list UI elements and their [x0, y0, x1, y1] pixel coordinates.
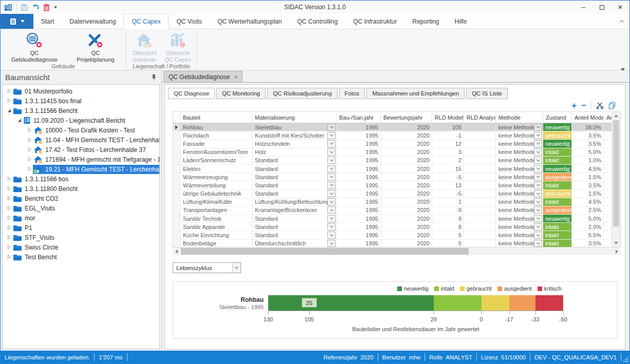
- tree-item-mor[interactable]: mor: [3, 213, 159, 223]
- tab-fotos[interactable]: Fotos: [339, 88, 365, 99]
- cell-materialisierung[interactable]: Holz: [252, 148, 337, 156]
- column-header-zustand[interactable]: Zustand: [543, 112, 572, 123]
- scroll-up-button[interactable]: [612, 112, 620, 120]
- methode-dropdown[interactable]: [534, 182, 542, 189]
- methode-dropdown[interactable]: [534, 148, 542, 156]
- tab-qc-monitoring[interactable]: QC Monitoring: [216, 88, 266, 99]
- tab-list-dropdown[interactable]: [621, 71, 629, 82]
- cell-materialisierung[interactable]: Standard: [252, 165, 337, 173]
- methode-dropdown[interactable]: [534, 240, 542, 247]
- methode-dropdown[interactable]: [534, 124, 542, 131]
- cell-methode[interactable]: keine Methode: [496, 123, 543, 131]
- tree-item-11-09-2020-liegenschaft-bericht[interactable]: 11.09.2020 - Liegenschaft Bericht: [3, 116, 159, 125]
- column-header-rld-modell[interactable]: RLD Modell: [432, 112, 464, 123]
- undo-icon[interactable]: [32, 4, 40, 11]
- cell-methode[interactable]: keine Methode: [496, 223, 543, 231]
- copy-icon[interactable]: [608, 102, 616, 109]
- lebenszyklus-select[interactable]: Lebenszyklus: [173, 262, 241, 273]
- materialisierung-dropdown[interactable]: [327, 148, 336, 156]
- table-row[interactable]: FlachdachKunststoff mit Kies/Schotter199…: [173, 131, 613, 140]
- expand-arrow-icon[interactable]: [6, 186, 12, 191]
- maximize-button[interactable]: [592, 1, 611, 14]
- materialisierung-dropdown[interactable]: [327, 182, 336, 189]
- methode-dropdown[interactable]: [534, 140, 542, 147]
- vertical-scrollbar[interactable]: [612, 112, 620, 247]
- materialisierung-dropdown[interactable]: [327, 190, 336, 197]
- cell-methode[interactable]: keine Methode: [496, 173, 543, 181]
- table-row[interactable]: Sanitär TechnikStandard199520209keine Me…: [173, 215, 613, 223]
- methode-dropdown[interactable]: [534, 232, 542, 239]
- cell-materialisierung[interactable]: Krananlage/Brückenkran: [252, 206, 337, 214]
- dropdown-button[interactable]: [232, 263, 240, 273]
- cell-methode[interactable]: keine Methode: [496, 215, 543, 222]
- ribbon-tab-qc-werterhaltungsplan[interactable]: QC Werterhaltungsplan: [210, 14, 289, 29]
- ribbon-tab-reporting[interactable]: Reporting: [404, 14, 447, 29]
- expand-arrow-icon[interactable]: [26, 127, 33, 133]
- table-row[interactable]: WärmeverteilungStandard1995202013keine M…: [173, 181, 613, 189]
- table-row[interactable]: Läden/SonnenschutzStandard199520202keine…: [173, 157, 613, 165]
- scroll-down-button[interactable]: [612, 239, 620, 247]
- tab-qc-risikoadjustierung[interactable]: QC Risikoadjustierung: [267, 88, 337, 99]
- table-row[interactable]: Fenster/Aussentüren/ToreHolz199520203kei…: [173, 148, 613, 157]
- methode-dropdown[interactable]: [534, 206, 542, 214]
- tree-item-19-21-mfh-gemischt-test-lerchenhalde-37[interactable]: 19.21 - MFH Gemischt TEST - Lerchenhalde…: [3, 164, 159, 174]
- delete-icon[interactable]: [43, 4, 50, 11]
- cell-materialisierung[interactable]: Standard: [252, 231, 337, 239]
- cell-methode[interactable]: keine Methode: [496, 148, 543, 156]
- materialisierung-dropdown[interactable]: [327, 240, 336, 247]
- close-button[interactable]: ✕: [611, 1, 629, 14]
- ribbon-tab-hilfe[interactable]: Hilfe: [447, 14, 475, 29]
- collapse-arrow-icon[interactable]: [16, 118, 23, 123]
- cell-materialisierung[interactable]: Skelettbau: [252, 123, 337, 131]
- materialisierung-dropdown[interactable]: [327, 232, 336, 239]
- table-row[interactable]: übrige GebäudetechnikStandard19952020-5k…: [173, 190, 613, 198]
- table-row[interactable]: Sanitär ApparateStandard199520208keine M…: [173, 223, 613, 231]
- materialisierung-dropdown[interactable]: [327, 157, 336, 164]
- methode-dropdown[interactable]: [534, 215, 542, 222]
- cell-materialisierung[interactable]: Standard: [252, 223, 337, 231]
- materialisierung-dropdown[interactable]: [327, 206, 336, 214]
- pin-icon[interactable]: [151, 74, 157, 81]
- expand-arrow-icon[interactable]: [6, 254, 12, 260]
- expand-arrow-icon[interactable]: [6, 88, 12, 94]
- ribbon-tab-datenverwaltung[interactable]: Datenverwaltung: [62, 14, 123, 29]
- expand-arrow-icon[interactable]: [6, 244, 12, 250]
- expand-arrow-icon[interactable]: [26, 157, 33, 162]
- tree-item-test-bericht[interactable]: Test Bericht: [3, 252, 159, 262]
- qc-gebaeudediagnose-button[interactable]: QCGebäudediagnose: [2, 31, 67, 63]
- collapse-arrow-icon[interactable]: [6, 108, 12, 113]
- cell-methode[interactable]: keine Methode: [496, 181, 543, 189]
- tree-item-11-04-mfh-gemischt-test-lerchenhalde-37[interactable]: 11.04 - MFH Gemischt TEST - Lerchenhalde…: [3, 135, 159, 145]
- document-tab[interactable]: QC Gebäudediagnose ×: [163, 71, 243, 82]
- expand-arrow-icon[interactable]: [6, 205, 12, 211]
- materialisierung-dropdown[interactable]: [327, 140, 336, 147]
- column-header-bau-san-jahr[interactable]: Bau-/San.jahr: [337, 112, 381, 123]
- scrollbar-thumb[interactable]: [613, 120, 619, 226]
- close-icon[interactable]: ×: [234, 74, 237, 80]
- expand-arrow-icon[interactable]: [26, 166, 33, 172]
- horizontal-scrollbar[interactable]: [173, 247, 621, 255]
- methode-dropdown[interactable]: [534, 223, 542, 231]
- tree-item-1-3-1-11415-bos-final[interactable]: 1.3.1.11415 bos final: [3, 96, 159, 106]
- column-header-materialisierung[interactable]: Materialisierung: [252, 112, 337, 123]
- add-icon[interactable]: +: [571, 101, 577, 110]
- tree-item-swiss-circle[interactable]: Swiss Circle: [3, 242, 159, 252]
- row-indicator-header[interactable]: [173, 112, 180, 123]
- cell-materialisierung[interactable]: Holzschindeln: [252, 140, 337, 147]
- scroll-left-button[interactable]: [173, 247, 180, 255]
- qat-dropdown-icon[interactable]: [53, 6, 58, 9]
- tree-item-p1[interactable]: P1: [3, 223, 159, 233]
- column-header-bauteil[interactable]: Bauteil: [180, 112, 252, 123]
- methode-dropdown[interactable]: [534, 190, 542, 197]
- expand-arrow-icon[interactable]: [26, 147, 33, 152]
- cell-methode[interactable]: keine Methode: [496, 165, 543, 173]
- cell-methode[interactable]: keine Methode: [496, 240, 543, 247]
- methode-dropdown[interactable]: [534, 174, 542, 181]
- column-header-bewertungsjahr[interactable]: Bewertungsjahr: [381, 112, 432, 123]
- cell-materialisierung[interactable]: Lüftung/Kühlung/Befeuchtung: [252, 198, 337, 206]
- expand-arrow-icon[interactable]: [6, 225, 12, 231]
- ribbon-tab-qc-infrastruktur[interactable]: QC Infrastruktur: [345, 14, 404, 29]
- remove-icon[interactable]: −: [581, 101, 586, 110]
- materialisierung-dropdown[interactable]: [327, 174, 336, 181]
- tree-item-egl-visits[interactable]: EGL_Visits: [3, 203, 159, 213]
